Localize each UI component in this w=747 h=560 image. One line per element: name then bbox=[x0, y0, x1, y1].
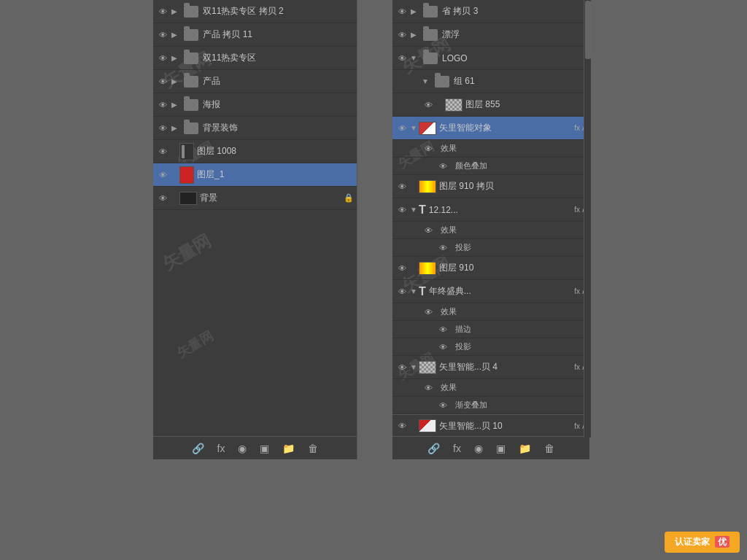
effect-sub-item[interactable]: 👁 描边 bbox=[392, 321, 589, 338]
adjustment-icon[interactable]: ◉ bbox=[471, 441, 486, 456]
expand-icon[interactable]: ▶ bbox=[169, 123, 179, 133]
eye-icon[interactable]: 👁 bbox=[156, 52, 169, 65]
eye-icon[interactable]: 👁 bbox=[395, 203, 409, 217]
effect-item[interactable]: 👁 效果 bbox=[392, 379, 589, 397]
layer-item[interactable]: 👁 ▶ 图层 910 bbox=[392, 257, 589, 280]
eye-icon[interactable]: 👁 bbox=[422, 224, 435, 237]
link-icon[interactable]: 🔗 bbox=[425, 441, 443, 456]
expand-icon[interactable]: ▶ bbox=[169, 30, 179, 40]
eye-icon[interactable]: 👁 bbox=[436, 241, 449, 254]
layer-item[interactable]: 👁 ▶ 图层 910 拷贝 bbox=[392, 175, 589, 198]
layer-item[interactable]: 👁 ▶ 图层 855 bbox=[392, 93, 589, 117]
layer-name: 12.12... bbox=[429, 205, 573, 215]
expand-icon[interactable]: ▶ bbox=[169, 77, 179, 87]
expand-icon[interactable]: ▼ bbox=[409, 123, 419, 133]
eye-icon[interactable]: 👁 bbox=[156, 28, 169, 42]
eye-icon[interactable]: 👁 bbox=[156, 75, 169, 88]
expand-icon[interactable]: ▶ bbox=[169, 7, 179, 17]
eye-icon[interactable]: 👁 bbox=[156, 168, 169, 182]
eye-icon[interactable]: 👁 bbox=[395, 262, 409, 275]
effect-sub-name: 投影 bbox=[449, 242, 587, 253]
effect-item[interactable]: 👁 效果 bbox=[392, 303, 589, 321]
link-icon[interactable]: 🔗 bbox=[189, 441, 207, 456]
seller-badge[interactable]: 认证卖家 优 bbox=[665, 532, 740, 553]
eye-icon[interactable]: 👁 bbox=[156, 98, 169, 112]
eye-icon[interactable]: 👁 bbox=[422, 98, 435, 112]
folder-new-icon[interactable]: 📁 bbox=[279, 441, 298, 456]
eye-icon[interactable]: 👁 bbox=[395, 122, 409, 135]
layer-item[interactable]: 👁 ▶ 图层_1 bbox=[153, 163, 357, 187]
effect-name: 效果 bbox=[435, 143, 587, 154]
layer-item[interactable]: 👁 ▶ 双11热卖专区 bbox=[153, 47, 357, 70]
layer-item[interactable]: 👁 ▶ 矢里智能...贝 10 fx ∧ bbox=[392, 414, 589, 436]
eye-icon[interactable]: 👁 bbox=[422, 142, 435, 155]
layer-thumbnail bbox=[419, 419, 436, 432]
layer-item[interactable]: 👁 ▼ 矢里智能...贝 4 fx ∧ bbox=[392, 356, 589, 379]
mask-icon[interactable]: ▣ bbox=[257, 441, 272, 456]
effect-sub-item[interactable]: 👁 颜色叠加 bbox=[392, 158, 589, 175]
layer-item[interactable]: 👁 ▶ 产品 拷贝 11 bbox=[153, 23, 357, 47]
eye-icon[interactable]: 👁 bbox=[436, 341, 449, 354]
eye-icon[interactable]: 👁 bbox=[156, 5, 169, 18]
layer-thumbnail bbox=[419, 180, 436, 193]
eye-icon[interactable]: 👁 bbox=[156, 192, 169, 205]
eye-icon[interactable]: 👁 bbox=[156, 122, 169, 135]
layer-item[interactable]: 👁 ▶ 漂浮 bbox=[392, 23, 589, 47]
folder-new-icon[interactable]: 📁 bbox=[516, 441, 534, 456]
effect-item[interactable]: 👁 效果 bbox=[392, 140, 589, 158]
expand-icon[interactable]: ▶ bbox=[169, 53, 179, 63]
folder-thumb bbox=[422, 3, 439, 20]
layer-item[interactable]: 👁 ▶ 图层 1008 bbox=[153, 140, 357, 163]
effect-item[interactable]: 👁 效果 bbox=[392, 222, 589, 239]
expand-icon[interactable]: ▼ bbox=[409, 205, 419, 215]
layer-item[interactable]: 👁 ▶ 产品 bbox=[153, 70, 357, 93]
expand-icon[interactable]: ▼ bbox=[409, 53, 419, 63]
right-scrollbar-track[interactable] bbox=[584, 0, 591, 438]
fx-icon[interactable]: fx bbox=[450, 441, 464, 456]
right-scrollbar-thumb[interactable] bbox=[585, 1, 591, 59]
expand-icon[interactable]: ▶ bbox=[169, 100, 179, 110]
effect-sub-item[interactable]: 👁 渐变叠加 bbox=[392, 397, 589, 414]
expand-icon[interactable]: ▼ bbox=[409, 362, 419, 373]
layer-item[interactable]: 👁 ▼ LOGO bbox=[392, 47, 589, 70]
delete-icon[interactable]: 🗑 bbox=[541, 441, 557, 456]
layer-item[interactable]: 👁 ▼ 矢里智能对象 fx ∧ bbox=[392, 117, 589, 140]
layer-item[interactable]: 👁 ▶ 双11热卖专区 拷贝 2 bbox=[153, 0, 357, 23]
expand-icon[interactable]: ▼ bbox=[420, 77, 430, 87]
eye-icon[interactable]: 👁 bbox=[436, 160, 449, 173]
layer-item[interactable]: 👁 ▼ T 12.12... fx ∧ bbox=[392, 198, 589, 222]
eye-icon[interactable]: 👁 bbox=[395, 361, 409, 374]
folder-thumb bbox=[182, 120, 200, 137]
delete-icon[interactable]: 🗑 bbox=[305, 441, 321, 456]
eye-icon[interactable]: 👁 bbox=[436, 323, 449, 336]
layer-item[interactable]: 👁 ▶ 省 拷贝 3 bbox=[392, 0, 589, 23]
expand-icon[interactable]: ▶ bbox=[409, 7, 419, 17]
layer-thumbnail bbox=[179, 192, 197, 205]
eye-icon[interactable]: 👁 bbox=[395, 285, 409, 298]
eye-icon[interactable]: 👁 bbox=[422, 306, 435, 319]
layer-item[interactable]: 👁 ▼ T 年终盛典... fx ∧ bbox=[392, 280, 589, 303]
eye-icon[interactable]: 👁 bbox=[395, 28, 409, 42]
eye-icon[interactable]: 👁 bbox=[395, 180, 409, 193]
effect-sub-item[interactable]: 👁 投影 bbox=[392, 239, 589, 257]
eye-icon[interactable]: 👁 bbox=[395, 5, 409, 18]
layer-item[interactable]: 👁 ▶ 海报 bbox=[153, 93, 357, 117]
layer-item[interactable]: 👁 ▶ 背景 🔒 bbox=[153, 187, 357, 210]
eye-icon[interactable]: 👁 bbox=[436, 399, 449, 412]
adjustment-icon[interactable]: ◉ bbox=[235, 441, 249, 456]
layer-thumbnail bbox=[419, 122, 436, 135]
eye-icon[interactable]: 👁 bbox=[156, 145, 169, 158]
eye-icon[interactable]: 👁 bbox=[395, 419, 409, 432]
effect-sub-item[interactable]: 👁 投影 bbox=[392, 338, 589, 356]
mask-icon[interactable]: ▣ bbox=[493, 441, 508, 456]
expand-icon[interactable]: ▶ bbox=[409, 30, 419, 40]
eye-icon[interactable]: 👁 bbox=[395, 52, 409, 65]
eye-icon[interactable]: 👁 bbox=[422, 381, 435, 394]
layer-name: 矢里智能...贝 10 bbox=[439, 420, 573, 432]
layer-thumbnail bbox=[179, 166, 194, 184]
layer-item[interactable]: 👁 ▼ 组 61 bbox=[392, 70, 589, 93]
expand-icon[interactable]: ▼ bbox=[409, 287, 419, 297]
fx-label: fx bbox=[574, 206, 580, 214]
layer-item[interactable]: 👁 ▶ 背景装饰 bbox=[153, 117, 357, 140]
fx-icon[interactable]: fx bbox=[214, 441, 228, 456]
